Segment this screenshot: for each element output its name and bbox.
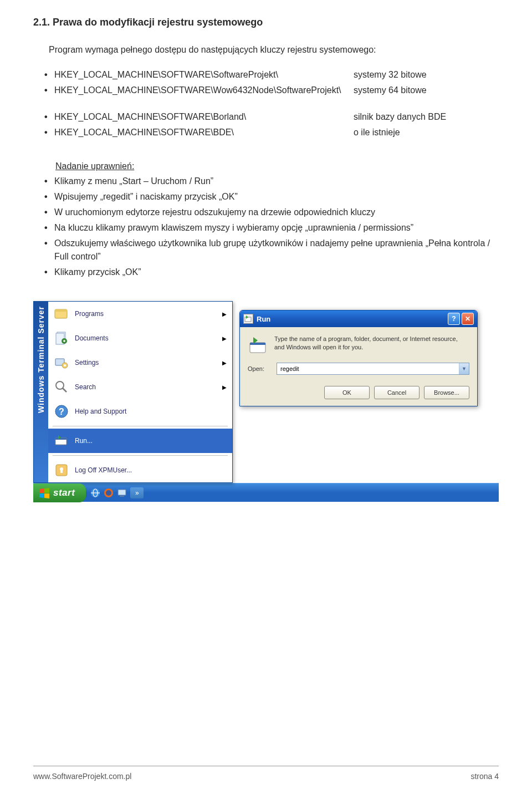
registry-key-path: HKEY_LOCAL_MACHINE\SOFTWARE\SoftwareProj… xyxy=(54,68,354,82)
list-item: Klikamy z menu „Start – Uruchom / Run” xyxy=(33,175,499,188)
sidebar-item-label: Search xyxy=(75,383,217,391)
run-dialog-icon xyxy=(248,335,268,355)
step-text: Wpisujemy „regedit” i naciskamy przycisk… xyxy=(54,190,499,203)
logoff-icon xyxy=(54,462,69,478)
help-button[interactable]: ? xyxy=(448,313,460,325)
footer-url: www.SoftwareProjekt.com.pl xyxy=(33,772,131,781)
ie-icon[interactable] xyxy=(90,488,100,498)
programs-icon xyxy=(54,306,69,322)
registry-key-path: HKEY_LOCAL_MACHINE\SOFTWARE\Wow6432Node\… xyxy=(54,84,354,97)
open-combobox[interactable]: ▼ xyxy=(277,363,469,375)
menu-separator xyxy=(53,426,228,426)
svg-rect-25 xyxy=(118,490,126,495)
start-menu: Windows Terminal Server Programs ▶ Docum… xyxy=(33,301,233,483)
registry-key-desc: o ile istnieje xyxy=(354,126,499,139)
svg-rect-17 xyxy=(245,317,251,322)
firefox-icon[interactable] xyxy=(104,488,114,498)
sidebar-item-label: Programs xyxy=(75,310,217,318)
quick-launch-chevron[interactable]: » xyxy=(130,487,144,498)
start-menu-sidebar-label: Windows Terminal Server xyxy=(34,302,48,482)
svg-rect-26 xyxy=(120,496,124,497)
run-dialog-description: Type the name of a program, folder, docu… xyxy=(274,335,469,355)
svg-text:?: ? xyxy=(59,407,64,416)
chevron-right-icon: ▶ xyxy=(222,311,227,317)
svg-point-8 xyxy=(56,381,64,389)
list-item: Na kluczu klikamy prawym klawiszem myszy… xyxy=(33,221,499,235)
start-button-label: start xyxy=(53,487,75,498)
svg-rect-1 xyxy=(55,309,67,312)
registry-key-path: HKEY_LOCAL_MACHINE\SOFTWARE\Borland\ xyxy=(54,110,354,124)
show-desktop-icon[interactable] xyxy=(117,488,127,498)
sidebar-item-label: Documents xyxy=(75,334,217,342)
run-icon xyxy=(54,433,69,449)
sidebar-item-label: Run... xyxy=(75,437,227,445)
steps-subheading: Nadanie uprawnień: xyxy=(55,161,499,171)
intro-text: Program wymaga pełnego dostępu do następ… xyxy=(49,45,499,55)
registry-keys-group-1: HKEY_LOCAL_MACHINE\SOFTWARE\SoftwareProj… xyxy=(33,68,499,97)
sidebar-item-settings[interactable]: Settings ▶ xyxy=(48,350,232,375)
step-text: W uruchomionym edytorze rejestru odszuku… xyxy=(54,206,499,219)
svg-rect-19 xyxy=(250,343,265,345)
sidebar-item-run[interactable]: Run... xyxy=(48,429,232,453)
registry-key-item: HKEY_LOCAL_MACHINE\SOFTWARE\SoftwareProj… xyxy=(33,68,499,82)
list-item: Wpisujemy „regedit” i naciskamy przycisk… xyxy=(33,190,499,203)
ok-button[interactable]: OK xyxy=(324,386,370,399)
sidebar-item-help[interactable]: ? Help and Support xyxy=(48,399,232,424)
registry-key-path: HKEY_LOCAL_MACHINE\SOFTWARE\BDE\ xyxy=(54,126,354,139)
footer-rule xyxy=(33,766,499,766)
quick-launch: » xyxy=(86,487,148,498)
list-item: Odszukujemy właściwego użytkownika lub g… xyxy=(33,237,499,263)
section-heading: 2.1. Prawa do modyfikacji rejestru syste… xyxy=(33,17,499,28)
registry-key-item: HKEY_LOCAL_MACHINE\SOFTWARE\Wow6432Node\… xyxy=(33,84,499,97)
chevron-right-icon: ▶ xyxy=(222,335,227,342)
chevron-down-icon[interactable]: ▼ xyxy=(459,363,469,374)
documents-icon xyxy=(54,330,69,346)
registry-keys-group-2: HKEY_LOCAL_MACHINE\SOFTWARE\Borland\ sil… xyxy=(33,110,499,139)
cancel-button[interactable]: Cancel xyxy=(374,386,420,399)
dialog-title: Run xyxy=(257,315,446,323)
run-dialog: Run ? ✕ Type the name of a program, fold… xyxy=(239,310,478,406)
sidebar-item-search[interactable]: Search ▶ xyxy=(48,375,232,399)
start-button[interactable]: start xyxy=(33,483,86,502)
chevron-right-icon: ▶ xyxy=(222,360,227,366)
step-text: Na kluczu klikamy prawym klawiszem myszy… xyxy=(54,221,499,235)
help-icon: ? xyxy=(54,404,69,419)
svg-point-24 xyxy=(106,490,111,496)
registry-key-desc: systemy 32 bitowe xyxy=(354,68,499,82)
open-label: Open: xyxy=(248,365,270,372)
registry-key-item: HKEY_LOCAL_MACHINE\SOFTWARE\BDE\ o ile i… xyxy=(33,126,499,139)
close-button[interactable]: ✕ xyxy=(462,313,474,325)
sidebar-item-documents[interactable]: Documents ▶ xyxy=(48,326,232,350)
windows-logo-icon xyxy=(39,487,50,498)
svg-rect-13 xyxy=(55,438,66,440)
sidebar-item-label: Settings xyxy=(75,359,217,367)
run-titlebar-icon xyxy=(243,314,253,324)
step-text: Klikamy z menu „Start – Uruchom / Run” xyxy=(54,175,499,188)
registry-key-desc: silnik bazy danych BDE xyxy=(354,110,499,124)
svg-point-7 xyxy=(64,364,66,367)
svg-line-9 xyxy=(63,388,66,392)
registry-key-item: HKEY_LOCAL_MACHINE\SOFTWARE\Borland\ sil… xyxy=(33,110,499,124)
page-footer: www.SoftwareProjekt.com.pl strona 4 xyxy=(33,772,499,781)
list-item: Klikamy przycisk „OK” xyxy=(33,266,499,279)
footer-page-number: strona 4 xyxy=(470,772,499,781)
svg-rect-16 xyxy=(60,470,63,473)
dialog-titlebar[interactable]: Run ? ✕ xyxy=(240,311,477,327)
step-text: Odszukujemy właściwego użytkownika lub g… xyxy=(54,237,499,263)
step-text: Klikamy przycisk „OK” xyxy=(54,266,499,279)
search-icon xyxy=(54,379,69,395)
sidebar-item-label: Log Off XPMUser... xyxy=(75,466,227,474)
steps-list: Klikamy z menu „Start – Uruchom / Run” W… xyxy=(33,175,499,279)
settings-icon xyxy=(54,355,69,370)
registry-key-desc: systemy 64 bitowe xyxy=(354,84,499,97)
sidebar-item-logoff[interactable]: Log Off XPMUser... xyxy=(48,458,232,482)
browse-button[interactable]: Browse... xyxy=(424,386,469,399)
taskbar: start » xyxy=(33,483,499,502)
list-item: W uruchomionym edytorze rejestru odszuku… xyxy=(33,206,499,219)
chevron-right-icon: ▶ xyxy=(222,384,227,390)
menu-separator xyxy=(53,455,228,456)
open-input[interactable] xyxy=(277,363,459,374)
sidebar-item-programs[interactable]: Programs ▶ xyxy=(48,302,232,326)
sidebar-item-label: Help and Support xyxy=(75,408,227,415)
